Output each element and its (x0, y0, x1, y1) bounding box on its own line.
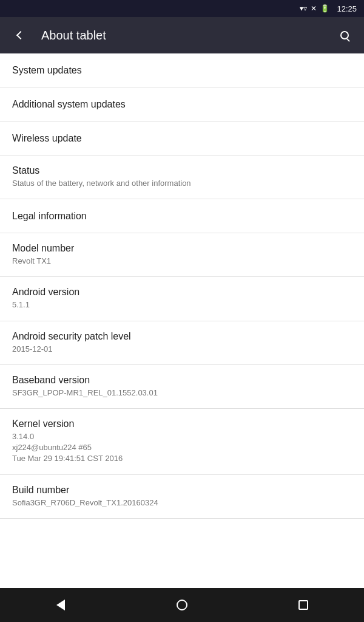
status-icons: ▾▿ ✕ 🔋 12:25 (300, 4, 357, 13)
list-item-model-number[interactable]: Model numberRevolt TX1 (0, 233, 364, 277)
list-item-kernel-version[interactable]: Kernel version3.14.0 xj224@ubuntu224 #65… (0, 409, 364, 475)
list-item-android-version[interactable]: Android version5.1.1 (0, 277, 364, 321)
back-button[interactable] (10, 26, 29, 45)
list-item-subtitle-android-version: 5.1.1 (12, 299, 352, 310)
nav-bar (0, 588, 364, 622)
signal-icon: ✕ (311, 4, 317, 13)
nav-home-button[interactable] (158, 588, 206, 622)
list-item-additional-system-updates[interactable]: Additional system updates (0, 87, 364, 121)
wifi-icon: ▾▿ (300, 4, 307, 13)
list-item-title-android-security-patch-level: Android security patch level (12, 331, 352, 342)
list-item-title-kernel-version: Kernel version (12, 419, 352, 429)
list-item-subtitle-kernel-version: 3.14.0 xj224@ubuntu224 #65 Tue Mar 29 19… (12, 431, 352, 465)
list-item-title-build-number: Build number (12, 485, 352, 496)
list-item-system-updates[interactable]: System updates (0, 53, 364, 87)
nav-recents-button[interactable] (279, 588, 328, 622)
list-item-build-number[interactable]: Build numberSofia3GR_R706D_Revolt_TX1.20… (0, 475, 364, 519)
list-item-title-baseband-version: Baseband version (12, 375, 352, 386)
list-item-subtitle-status: Status of the battery, network and other… (12, 178, 352, 189)
status-bar: ▾▿ ✕ 🔋 12:25 (0, 0, 364, 17)
list-item-subtitle-android-security-patch-level: 2015-12-01 (12, 344, 352, 355)
list-item-title-android-version: Android version (12, 287, 352, 298)
list-item-status[interactable]: StatusStatus of the battery, network and… (0, 156, 364, 199)
app-bar: About tablet (0, 17, 364, 53)
back-icon (16, 31, 25, 39)
list-item-title-system-updates: System updates (12, 65, 352, 76)
nav-back-icon (56, 600, 65, 610)
list-item-title-additional-system-updates: Additional system updates (12, 99, 352, 110)
list-item-subtitle-build-number: Sofia3GR_R706D_Revolt_TX1.20160324 (12, 497, 352, 508)
search-icon (340, 31, 349, 39)
nav-recents-icon (298, 600, 308, 610)
battery-icon: 🔋 (320, 4, 329, 13)
list-item-android-security-patch-level[interactable]: Android security patch level2015-12-01 (0, 321, 364, 365)
list-item-title-legal-information: Legal information (12, 211, 352, 222)
status-time: 12:25 (337, 4, 357, 13)
list-item-legal-information[interactable]: Legal information (0, 199, 364, 233)
list-item-baseband-version[interactable]: Baseband versionSF3GR_LPOP-MR1_REL_01.15… (0, 365, 364, 409)
list-item-subtitle-baseband-version: SF3GR_LPOP-MR1_REL_01.1552.03.01 (12, 388, 352, 398)
list-item-title-status: Status (12, 165, 352, 176)
search-button[interactable] (335, 26, 354, 45)
nav-home-icon (177, 600, 187, 610)
nav-back-button[interactable] (36, 588, 85, 622)
list-item-subtitle-model-number: Revolt TX1 (12, 256, 352, 267)
list-item-title-model-number: Model number (12, 243, 352, 254)
content-area: System updatesAdditional system updatesW… (0, 53, 364, 588)
page-title: About tablet (41, 29, 335, 43)
list-item-title-wireless-update: Wireless update (12, 133, 352, 144)
list-item-wireless-update[interactable]: Wireless update (0, 121, 364, 156)
